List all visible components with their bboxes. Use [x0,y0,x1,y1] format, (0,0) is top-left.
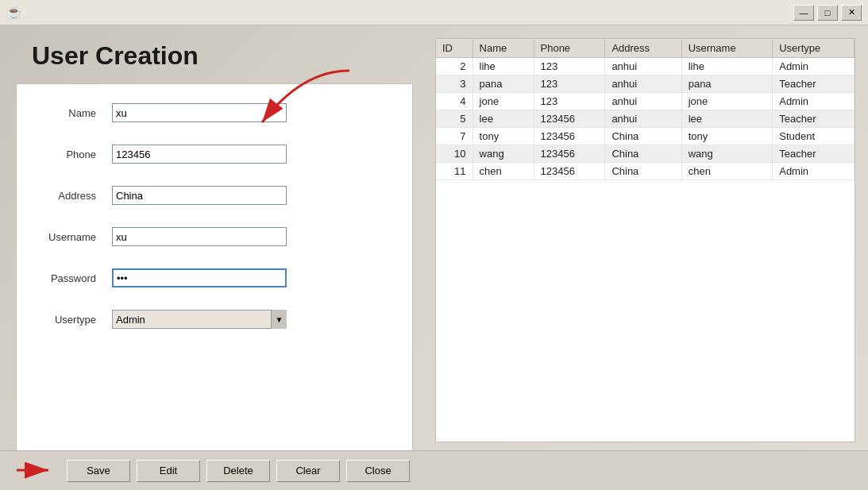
phone-row: Phone [41,145,388,164]
cell-address: China [605,145,681,163]
cell-usertype: Admin [773,58,854,75]
cell-id: 10 [436,145,473,163]
cell-name: tony [473,128,534,145]
cell-address: China [605,163,681,180]
app-icon: ☕ [6,5,22,20]
cell-id: 2 [436,58,473,75]
password-input[interactable] [112,268,287,287]
arrow-decoration-title [238,67,365,133]
cell-username: jone [681,93,773,110]
cell-username: lihe [681,58,773,75]
cell-phone: 123 [534,93,605,110]
table-row[interactable]: 10 wang 123456 China wang Teacher [436,145,854,163]
phone-label: Phone [41,149,112,160]
usertype-select[interactable]: Admin Teacher Student [112,310,287,329]
data-table-wrapper: ID Name Phone Address Username Usertype … [435,38,855,442]
phone-input[interactable] [112,145,287,164]
edit-button[interactable]: Edit [137,460,200,482]
table-row[interactable]: 3 pana 123 anhui pana Teacher [436,75,854,93]
cell-phone: 123456 [534,128,605,145]
usertype-row: Usertype Admin Teacher Student ▼ [41,310,388,329]
cell-id: 11 [436,163,473,180]
cell-username: tony [681,128,773,145]
col-usertype: Usertype [773,39,854,58]
main-content: User Creation Name Phone Address Usernam… [0,25,868,490]
cell-usertype: Student [773,128,854,145]
table-row[interactable]: 11 chen 123456 China chen Admin [436,163,854,180]
cell-id: 4 [436,93,473,110]
cell-address: anhui [605,93,681,110]
cell-name: chen [473,163,534,180]
cell-phone: 123456 [534,110,605,128]
users-table: ID Name Phone Address Username Usertype … [436,39,854,180]
cell-usertype: Teacher [773,145,854,163]
table-row[interactable]: 5 lee 123456 anhui lee Teacher [436,110,854,128]
address-label: Address [41,190,112,202]
col-name: Name [473,39,534,58]
bottom-bar: Save Edit Delete Clear Close [0,450,868,490]
cell-usertype: Admin [773,163,854,180]
arrow-save-icon [13,458,60,482]
cell-username: pana [681,75,773,93]
cell-phone: 123 [534,58,605,75]
username-label: Username [41,231,112,243]
password-row: Password [41,268,388,287]
usertype-select-wrapper: Admin Teacher Student ▼ [112,310,287,329]
cell-name: lee [473,110,534,128]
name-label: Name [41,107,112,119]
title-bar-controls: — □ ✕ [793,5,862,21]
usertype-label: Usertype [41,314,112,326]
close-button-bar[interactable]: Close [346,460,410,482]
cell-usertype: Teacher [773,110,854,128]
table-header-row: ID Name Phone Address Username Usertype [436,39,854,58]
cell-id: 5 [436,110,473,128]
title-bar-left: ☕ [6,5,22,20]
cell-usertype: Teacher [773,75,854,93]
cell-address: anhui [605,75,681,93]
table-body: 2 lihe 123 anhui lihe Admin 3 pana 123 a… [436,58,854,180]
col-address: Address [605,39,681,58]
col-phone: Phone [534,39,605,58]
title-bar: ☕ — □ ✕ [0,0,868,25]
cell-name: pana [473,75,534,93]
address-input[interactable] [112,186,287,205]
table-row[interactable]: 4 jone 123 anhui jone Admin [436,93,854,110]
cell-address: anhui [605,110,681,128]
maximize-button[interactable]: □ [817,5,838,21]
clear-button[interactable]: Clear [276,460,340,482]
col-id: ID [436,39,473,58]
cell-id: 3 [436,75,473,93]
cell-username: wang [681,145,773,163]
col-username: Username [681,39,773,58]
cell-address: China [605,128,681,145]
save-button[interactable]: Save [67,460,130,482]
password-label: Password [41,272,112,284]
right-panel: ID Name Phone Address Username Usertype … [429,25,868,490]
table-row[interactable]: 2 lihe 123 anhui lihe Admin [436,58,854,75]
cell-address: anhui [605,58,681,75]
delete-button[interactable]: Delete [206,460,270,482]
cell-phone: 123 [534,75,605,93]
username-row: Username [41,227,388,246]
cell-id: 7 [436,128,473,145]
cell-name: jone [473,93,534,110]
close-button[interactable]: ✕ [841,5,862,21]
cell-name: wang [473,145,534,163]
cell-name: lihe [473,58,534,75]
cell-username: lee [681,110,773,128]
address-row: Address [41,186,388,205]
form-panel: Name Phone Address Username Password [16,83,413,474]
table-row[interactable]: 7 tony 123456 China tony Student [436,128,854,145]
cell-phone: 123456 [534,145,605,163]
cell-usertype: Admin [773,93,854,110]
username-input[interactable] [112,227,287,246]
cell-phone: 123456 [534,163,605,180]
cell-username: chen [681,163,773,180]
minimize-button[interactable]: — [793,5,814,21]
